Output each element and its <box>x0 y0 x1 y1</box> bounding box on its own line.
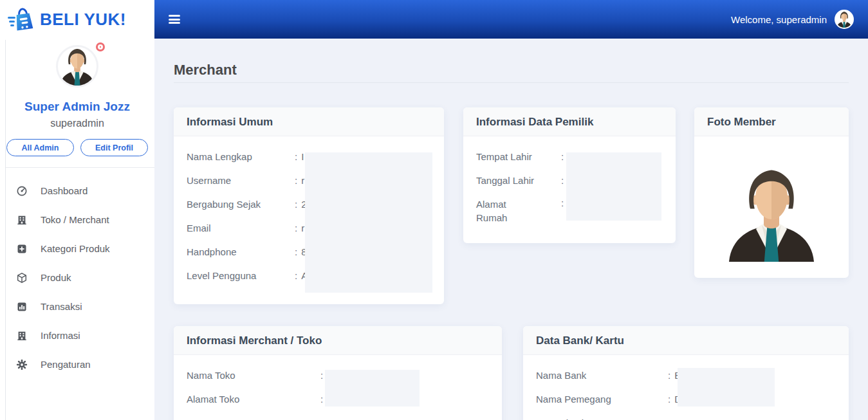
sidebar-item-label: Kategori Produk <box>41 243 110 254</box>
sidebar-panel: Super Admin Jozz superadmin All Admin Ed… <box>0 39 154 420</box>
brand-name: BELI YUK! <box>40 10 126 30</box>
card-title: Informasi Umum <box>174 107 444 136</box>
card-informasi-data-pemilik: Informasi Data Pemilik Tempat Lahir : Ta… <box>463 107 676 243</box>
sidebar: BELI YUK! Super Admin Jozz superadmin Al… <box>0 0 154 420</box>
sidebar-item-informasi[interactable]: Informasi <box>0 321 154 350</box>
field-value: 123781878888 <box>674 417 739 420</box>
sidebar-item-label: Dashboard <box>41 185 88 196</box>
brand-logo[interactable]: BELI YUK! <box>0 0 154 39</box>
field-row: No. Rekening : 123781878888 <box>536 411 836 420</box>
sidebar-item-label: Produk <box>41 272 71 283</box>
card-title: Informasi Data Pemilik <box>463 107 676 136</box>
card-informasi-umum: Informasi Umum Nama Lengkap : I Username… <box>174 107 444 304</box>
redacted-value-overlay <box>678 368 775 406</box>
gear-icon <box>16 359 28 370</box>
field-value: I <box>301 151 304 162</box>
topbar: Welcome, superadmin <box>154 0 868 39</box>
topbar-avatar[interactable] <box>835 10 854 29</box>
card-title: Informasi Merchant / Toko <box>174 326 502 355</box>
sidebar-item-toko-merchant[interactable]: Toko / Merchant <box>0 205 154 234</box>
store-icon <box>16 214 28 226</box>
sidebar-item-label: Toko / Merchant <box>41 214 109 225</box>
app-root: BELI YUK! Super Admin Jozz superadmin Al… <box>0 0 868 420</box>
sidebar-menu: Dashboard Toko / Merchant Kategori Produ… <box>0 168 154 379</box>
card-title: Data Bank/ Kartu <box>523 326 849 355</box>
redacted-value-overlay <box>305 152 432 293</box>
redacted-value-overlay <box>325 370 420 406</box>
shopping-bag-logo-icon <box>6 5 37 33</box>
sidebar-item-label: Informasi <box>41 330 80 341</box>
field-value: r <box>301 223 304 233</box>
redacted-value-overlay <box>566 152 661 221</box>
sidebar-item-pengaturan[interactable]: Pengaturan <box>0 350 154 379</box>
product-box-icon <box>16 272 28 284</box>
field-value: r <box>301 175 304 186</box>
sidebar-item-dashboard[interactable]: Dashboard <box>0 176 154 205</box>
card-data-bank-kartu: Data Bank/ Kartu Nama Bank : B Nama Peme… <box>523 326 849 420</box>
sidebar-item-transaksi[interactable]: Transaksi <box>0 292 154 321</box>
card-foto-member: Foto Member <box>694 107 849 278</box>
page-title: Merchant <box>174 62 237 78</box>
card-informasi-merchant-toko: Informasi Merchant / Toko Nama Toko : Al… <box>174 326 502 420</box>
transactions-chart-icon <box>16 301 28 313</box>
profile-avatar <box>54 45 100 91</box>
title-divider <box>174 82 849 83</box>
category-plus-icon <box>16 243 28 255</box>
building-icon <box>16 330 28 342</box>
profile-avatar-image <box>58 47 97 86</box>
member-photo <box>723 149 820 262</box>
sidebar-item-label: Transaksi <box>41 301 82 312</box>
profile-name: Super Admin Jozz <box>0 100 154 114</box>
profile-username: superadmin <box>0 118 154 129</box>
sidebar-item-kategori-produk[interactable]: Kategori Produk <box>0 234 154 263</box>
profile-card: Super Admin Jozz superadmin All Admin Ed… <box>0 39 154 167</box>
all-admin-button[interactable]: All Admin <box>6 139 74 156</box>
edit-profil-button[interactable]: Edit Profil <box>80 139 148 156</box>
hamburger-menu-icon[interactable] <box>169 15 180 24</box>
card-title: Foto Member <box>694 107 849 136</box>
sidebar-item-label: Pengaturan <box>41 359 91 370</box>
dashboard-icon <box>16 185 28 197</box>
status-badge <box>98 44 103 50</box>
sidebar-item-produk[interactable]: Produk <box>0 263 154 292</box>
main-content: Merchant Informasi Umum Nama Lengkap : I… <box>154 39 868 420</box>
welcome-text: Welcome, superadmin <box>731 14 827 25</box>
